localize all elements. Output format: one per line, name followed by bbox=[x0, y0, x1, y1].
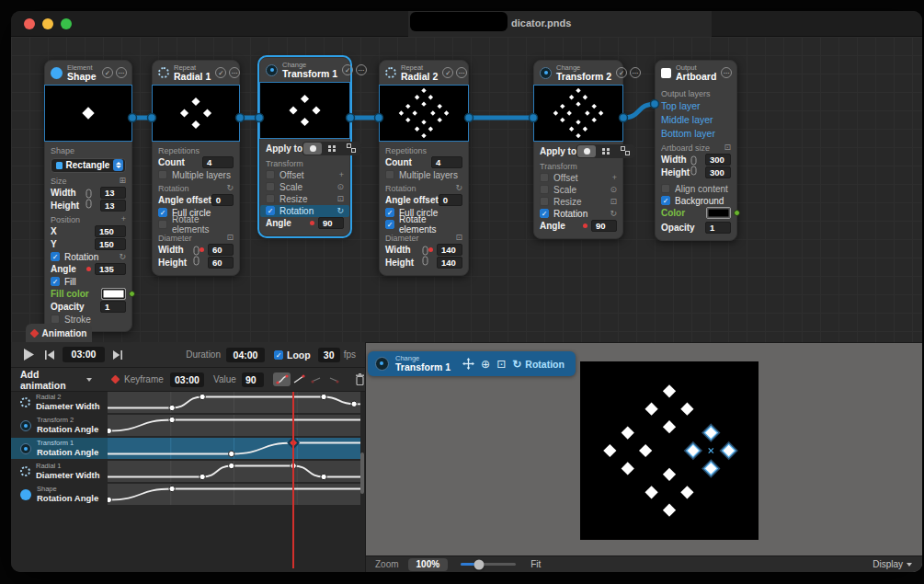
keyframe-time-field[interactable]: 03:00 bbox=[170, 372, 204, 387]
duration-field[interactable]: 04:00 bbox=[226, 348, 265, 362]
background-row[interactable]: ✓Background bbox=[661, 195, 731, 207]
y-field[interactable]: 150 bbox=[95, 238, 126, 250]
move-tool-icon[interactable] bbox=[462, 358, 474, 370]
width-field[interactable]: 60 bbox=[208, 244, 234, 256]
keyframe-curve[interactable] bbox=[108, 484, 360, 505]
current-time-field[interactable]: 03:00 bbox=[63, 347, 105, 362]
playhead[interactable] bbox=[292, 392, 294, 568]
timeline-track-row[interactable]: Radial 2Diameter Width bbox=[11, 392, 365, 413]
display-menu[interactable]: Display bbox=[873, 559, 912, 569]
height-field[interactable]: 13 bbox=[100, 200, 126, 212]
height-field[interactable]: 300 bbox=[705, 166, 731, 178]
skip-to-start-button[interactable] bbox=[44, 350, 55, 360]
skip-to-end-button[interactable] bbox=[112, 350, 123, 360]
offset-checkbox[interactable] bbox=[266, 170, 275, 179]
artboard-size-options-icon[interactable]: ⊡ bbox=[724, 143, 731, 152]
resize-tool-icon[interactable]: ⊡ bbox=[496, 359, 506, 370]
enable-check-icon[interactable]: ✓ bbox=[616, 67, 627, 78]
fit-button[interactable]: Fit bbox=[530, 559, 541, 569]
link-width-height-icon[interactable] bbox=[690, 155, 697, 176]
angle-field[interactable]: 135 bbox=[95, 263, 126, 275]
enable-check-icon[interactable]: ✓ bbox=[442, 67, 453, 78]
full-circle-checkbox[interactable]: ✓ bbox=[385, 208, 394, 217]
offset-checkbox[interactable] bbox=[540, 173, 549, 182]
rotation-tool-button[interactable]: ↻Rotation bbox=[512, 358, 565, 371]
angle-field[interactable]: 90 bbox=[591, 220, 617, 232]
more-options-icon[interactable]: ⋯ bbox=[456, 67, 467, 78]
zoom-value-field[interactable]: 100% bbox=[408, 558, 449, 571]
easing-linear-button[interactable] bbox=[291, 372, 308, 386]
color-output-socket[interactable] bbox=[734, 210, 740, 216]
loop-checkbox[interactable]: ✓ bbox=[274, 350, 283, 360]
rotation-checkbox[interactable]: ✓ bbox=[51, 252, 60, 261]
apply-to-each-icon[interactable] bbox=[597, 145, 615, 157]
scale-row[interactable]: Scale⊙ bbox=[540, 184, 617, 196]
node-radial-2[interactable]: Repeat Radial 2 ✓⋯ Repetitions Count4 Mu… bbox=[379, 60, 469, 276]
easing-ease-in-out-button[interactable] bbox=[273, 372, 291, 386]
node-radial1-header[interactable]: Repeat Radial 1 ✓⋯ bbox=[153, 61, 239, 85]
delete-keyframe-button[interactable] bbox=[355, 373, 365, 385]
dropdown-stepper-icon[interactable] bbox=[113, 159, 123, 171]
apply-to-each-icon[interactable] bbox=[323, 143, 341, 155]
link-width-height-icon[interactable] bbox=[193, 246, 200, 266]
apply-to-segmented-control[interactable] bbox=[576, 144, 635, 158]
angle-field[interactable]: 90 bbox=[318, 217, 344, 229]
align-content-row[interactable]: Align content bbox=[661, 183, 731, 195]
size-options-icon[interactable]: ⊞ bbox=[119, 177, 126, 185]
play-button[interactable] bbox=[22, 348, 35, 361]
height-field[interactable]: 60 bbox=[208, 257, 234, 269]
angle-offset-field[interactable]: 0 bbox=[439, 194, 462, 206]
count-field[interactable]: 4 bbox=[202, 156, 234, 168]
rotation-checkbox[interactable]: ✓ bbox=[540, 209, 549, 218]
add-animation-dropdown[interactable]: Add animation bbox=[20, 369, 83, 391]
fps-field[interactable]: 30 bbox=[318, 348, 340, 362]
zoom-window-button[interactable] bbox=[61, 18, 72, 29]
zoom-slider[interactable] bbox=[461, 563, 516, 566]
keyframe-curve[interactable] bbox=[108, 461, 360, 482]
top-layer-input[interactable]: Top layer bbox=[661, 99, 731, 113]
opacity-field[interactable]: 1 bbox=[100, 301, 126, 313]
timeline-track-row[interactable]: Radial 1Diameter Width bbox=[11, 461, 365, 482]
resize-row[interactable]: Resize⊡ bbox=[266, 193, 344, 205]
easing-ease-in-button[interactable] bbox=[308, 372, 325, 386]
link-width-height-icon[interactable] bbox=[86, 189, 92, 209]
track-label[interactable]: Radial 2Diameter Width bbox=[11, 392, 108, 413]
more-options-icon[interactable]: ⋯ bbox=[630, 67, 641, 78]
tab-animation[interactable]: Animation bbox=[26, 324, 92, 342]
scale-row[interactable]: Scale⊙ bbox=[266, 181, 344, 193]
rotation-checkbox-row[interactable]: ✓Rotation↻ bbox=[51, 251, 126, 263]
multiple-layers-checkbox[interactable] bbox=[158, 170, 167, 179]
node-transform-1[interactable]: Change Transform 1 ✓⋯ Apply to Transform… bbox=[259, 57, 350, 236]
enable-check-icon[interactable]: ✓ bbox=[215, 67, 226, 78]
multiple-layers-checkbox[interactable] bbox=[385, 170, 394, 179]
timeline-scrollbar[interactable] bbox=[360, 452, 364, 494]
more-options-icon[interactable]: ⋯ bbox=[721, 67, 732, 78]
keyframe-value-field[interactable]: 90 bbox=[242, 372, 265, 387]
multiple-layers-row[interactable]: Multiple layers bbox=[158, 169, 234, 181]
fill-color-swatch[interactable] bbox=[101, 288, 126, 300]
position-add-icon[interactable]: + bbox=[121, 215, 126, 223]
fill-checkbox[interactable]: ✓ bbox=[51, 277, 60, 286]
diameter-options-icon[interactable]: ⊡ bbox=[455, 234, 462, 242]
keyframe-curve[interactable] bbox=[108, 438, 360, 459]
node-transform1-header[interactable]: Change Transform 1 ✓⋯ bbox=[260, 58, 349, 82]
full-circle-checkbox[interactable]: ✓ bbox=[158, 208, 167, 217]
node-shape[interactable]: Element Shape ✓⋯ Shape Rectangle Size⊞ W… bbox=[44, 60, 132, 332]
middle-layer-input[interactable]: Middle layer bbox=[661, 113, 731, 127]
node-canvas[interactable]: Element Shape ✓⋯ Shape Rectangle Size⊞ W… bbox=[11, 37, 922, 342]
preview-panel[interactable]: Change Transform 1 ⊕ ⊡ ↻Rotation Zoom 10… bbox=[365, 342, 922, 572]
easing-ease-out-button[interactable] bbox=[325, 372, 342, 386]
rotate-elements-checkbox[interactable] bbox=[158, 220, 167, 229]
diameter-options-icon[interactable]: ⊡ bbox=[226, 234, 234, 242]
shape-type-dropdown[interactable]: Rectangle bbox=[51, 158, 126, 173]
apply-to-cascade-icon[interactable] bbox=[616, 145, 634, 157]
timeline-track-row[interactable]: Transform 2Rotation Angle bbox=[11, 415, 365, 436]
resize-checkbox[interactable] bbox=[540, 197, 549, 206]
node-artboard[interactable]: Output Artboard ⋯ Output layers Top laye… bbox=[655, 60, 737, 241]
node-transform2-header[interactable]: Change Transform 2 ✓⋯ bbox=[534, 61, 622, 85]
track-label[interactable]: Radial 1Diameter Width bbox=[11, 461, 108, 482]
rotate-elements-checkbox[interactable]: ✓ bbox=[385, 220, 394, 229]
apply-to-cascade-icon[interactable] bbox=[342, 143, 360, 155]
background-color-swatch[interactable] bbox=[706, 207, 731, 219]
track-label[interactable]: Transform 2Rotation Angle bbox=[11, 415, 108, 436]
